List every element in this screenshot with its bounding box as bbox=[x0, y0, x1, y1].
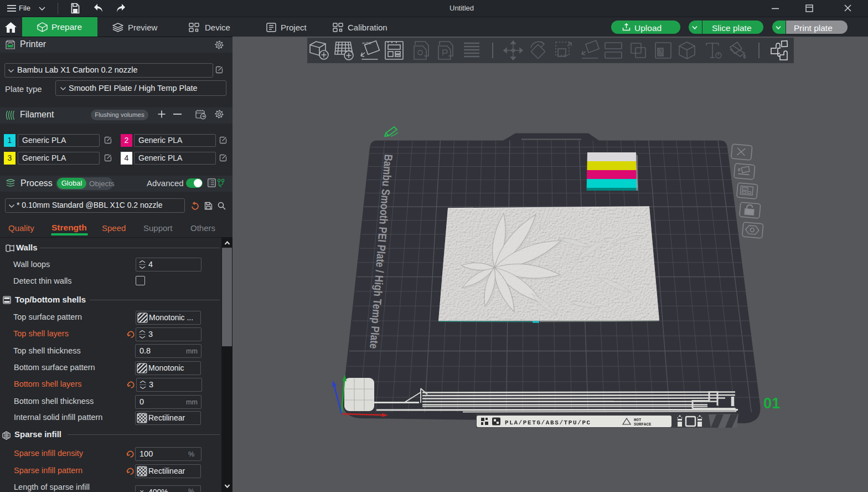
svg-text:AUTO: AUTO bbox=[362, 42, 371, 45]
svg-text:SURFACE: SURFACE bbox=[634, 422, 652, 427]
svg-text:PLA/PETG/ABS/TPU/PC: PLA/PETG/ABS/TPU/PC bbox=[505, 419, 591, 426]
svg-text:HOT: HOT bbox=[634, 418, 642, 422]
svg-text:01: 01 bbox=[763, 395, 780, 412]
